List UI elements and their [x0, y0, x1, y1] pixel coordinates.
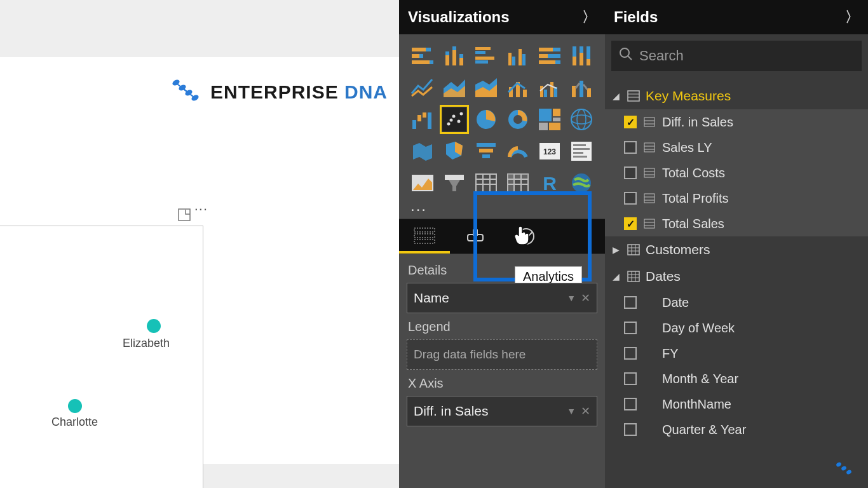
table-icon[interactable] — [472, 169, 500, 197]
field-total-sales[interactable]: ✓ Total Sales — [605, 211, 868, 236]
table-dates[interactable]: ◢ Dates — [605, 263, 868, 290]
field-label: FY — [662, 346, 679, 361]
checkbox-icon[interactable] — [624, 322, 637, 334]
field-total-profits[interactable]: Total Profits — [605, 186, 868, 211]
remove-field-icon[interactable]: ✕ — [581, 404, 590, 418]
brand-logo: ENTERPRISE DNA — [167, 76, 388, 108]
more-options-icon[interactable]: ··· — [194, 206, 208, 219]
fields-title: Fields — [614, 8, 658, 26]
field-monthname[interactable]: MonthName — [605, 391, 868, 417]
checkbox-checked-icon[interactable]: ✓ — [624, 217, 637, 230]
details-well[interactable]: Name ▼ ✕ — [407, 283, 597, 313]
scatter-chart-icon[interactable] — [440, 105, 468, 133]
stacked-bar-icon[interactable] — [409, 42, 437, 70]
line-chart-icon[interactable] — [409, 74, 437, 102]
area-chart-icon[interactable] — [440, 74, 468, 102]
field-fy[interactable]: FY — [605, 341, 868, 366]
slicer-icon[interactable] — [440, 169, 468, 197]
collapse-icon[interactable]: ▶ — [610, 245, 621, 255]
field-label: Quarter & Year — [662, 423, 746, 437]
matrix-icon[interactable] — [504, 169, 532, 197]
checkbox-icon[interactable] — [624, 398, 637, 410]
checkbox-icon[interactable] — [624, 141, 637, 154]
svg-point-139 — [841, 465, 847, 471]
format-tab[interactable] — [450, 219, 501, 254]
checkbox-icon[interactable] — [624, 296, 637, 309]
svg-rect-80 — [573, 144, 586, 146]
checkbox-icon[interactable] — [624, 423, 637, 436]
stacked-area-icon[interactable] — [472, 74, 500, 102]
filled-map-icon[interactable] — [409, 137, 437, 165]
expand-icon[interactable]: ◢ — [610, 271, 621, 281]
clustered-column-icon[interactable] — [504, 42, 532, 70]
arcgis-map-icon[interactable] — [567, 169, 595, 197]
field-label: Total Costs — [662, 166, 725, 180]
shape-map-icon[interactable] — [440, 137, 468, 165]
svg-text:R: R — [543, 173, 557, 194]
focus-mode-icon[interactable] — [178, 208, 191, 221]
field-sales-ly[interactable]: Sales LY — [605, 135, 868, 160]
line-clustered-column-icon[interactable] — [536, 74, 564, 102]
xaxis-well-label: X Axis — [407, 374, 597, 392]
legend-well[interactable]: Drag data fields here — [407, 339, 597, 370]
svg-rect-12 — [430, 60, 433, 64]
checkbox-icon[interactable] — [624, 192, 637, 205]
report-canvas[interactable]: ENTERPRISE DNA ··· Elizabeth Charlotte — [0, 0, 399, 488]
field-quarter-year[interactable]: Quarter & Year — [605, 417, 868, 442]
chevron-down-icon[interactable]: ▼ — [567, 406, 576, 416]
gauge-icon[interactable] — [504, 137, 532, 165]
field-total-costs[interactable]: Total Costs — [605, 160, 868, 186]
donut-chart-icon[interactable] — [504, 105, 532, 133]
watermark-icon — [831, 458, 859, 479]
svg-point-138 — [836, 461, 842, 467]
svg-rect-52 — [587, 88, 591, 97]
table-customers[interactable]: ▶ Customers — [605, 236, 868, 263]
more-visuals-button[interactable]: ... — [399, 197, 605, 219]
chevron-right-icon[interactable]: 〉 — [582, 8, 596, 27]
fields-tab[interactable] — [399, 219, 450, 254]
map-icon[interactable] — [567, 105, 595, 133]
chevron-down-icon[interactable]: ▼ — [567, 293, 576, 303]
hundred-stacked-column-icon[interactable] — [567, 42, 595, 70]
remove-field-icon[interactable]: ✕ — [581, 291, 590, 305]
xaxis-well[interactable]: Diff. in Sales ▼ ✕ — [407, 396, 597, 426]
chevron-right-icon[interactable]: 〉 — [845, 8, 859, 27]
viz-type-gallery: 123 R — [399, 34, 605, 197]
clustered-bar-icon[interactable] — [472, 42, 500, 70]
analytics-tab[interactable] — [501, 219, 552, 254]
expand-icon[interactable]: ◢ — [610, 91, 621, 101]
svg-rect-54 — [417, 115, 421, 121]
data-point-charlotte[interactable] — [68, 399, 82, 413]
checkbox-icon[interactable] — [624, 166, 637, 179]
visualizations-header[interactable]: Visualizations 〉 — [399, 0, 605, 34]
fields-header[interactable]: Fields 〉 — [605, 0, 868, 34]
hundred-stacked-bar-icon[interactable] — [536, 42, 564, 70]
canvas-page: ENTERPRISE DNA ··· Elizabeth Charlotte — [0, 57, 399, 464]
field-date[interactable]: Date — [605, 290, 868, 315]
checkbox-icon[interactable] — [624, 347, 637, 360]
stacked-column-icon[interactable] — [440, 42, 468, 70]
ribbon-chart-icon[interactable] — [567, 74, 595, 102]
funnel-icon[interactable] — [472, 137, 500, 165]
r-visual-icon[interactable]: R — [536, 169, 564, 197]
scatter-visual[interactable]: ··· Elizabeth Charlotte — [0, 226, 203, 488]
svg-rect-17 — [459, 58, 463, 65]
field-month-year[interactable]: Month & Year — [605, 366, 868, 391]
multirow-card-icon[interactable] — [567, 137, 595, 165]
card-icon[interactable]: 123 — [536, 137, 564, 165]
svg-rect-125 — [644, 219, 654, 228]
search-input[interactable]: Search — [611, 41, 862, 71]
field-day-of-week[interactable]: Day of Week — [605, 315, 868, 341]
svg-point-73 — [577, 109, 586, 130]
treemap-icon[interactable] — [536, 105, 564, 133]
line-column-icon[interactable] — [504, 74, 532, 102]
checkbox-icon[interactable] — [624, 372, 637, 385]
field-diff-in-sales[interactable]: ✓ Diff. in Sales — [605, 109, 868, 135]
data-label-charlotte: Charlotte — [51, 416, 98, 429]
data-point-elizabeth[interactable] — [147, 319, 161, 333]
waterfall-icon[interactable] — [409, 105, 437, 133]
table-key-measures[interactable]: ◢ Key Measures — [605, 83, 868, 109]
checkbox-checked-icon[interactable]: ✓ — [624, 116, 637, 128]
pie-chart-icon[interactable] — [472, 105, 500, 133]
kpi-icon[interactable] — [409, 169, 437, 197]
